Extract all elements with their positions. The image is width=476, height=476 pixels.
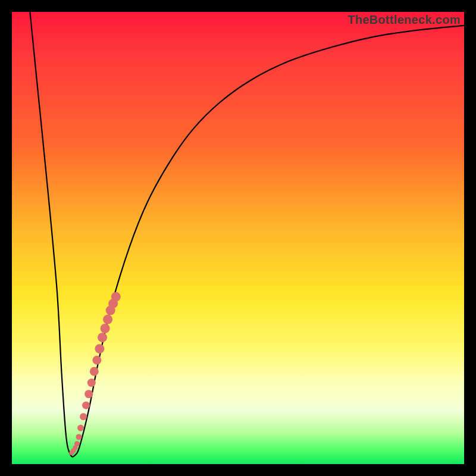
highlight-marker — [95, 344, 104, 353]
chart-svg — [12, 12, 464, 464]
highlight-marker — [90, 367, 99, 376]
highlight-marker — [103, 315, 112, 324]
highlight-marker — [98, 333, 107, 342]
highlight-marker — [77, 425, 84, 431]
highlight-marker — [74, 441, 80, 446]
highlight-marker — [111, 292, 121, 302]
highlight-marker — [92, 356, 101, 365]
highlight-marker — [80, 413, 87, 420]
highlight-marker — [87, 378, 96, 387]
highlight-marker — [82, 402, 90, 409]
chart-frame: TheBottleneck.com — [0, 0, 476, 476]
highlight-marker — [84, 390, 93, 398]
bottleneck-curve-line — [30, 12, 464, 457]
highlight-marker — [76, 434, 82, 440]
plot-area: TheBottleneck.com — [12, 12, 464, 464]
highlight-marker — [101, 324, 110, 333]
highlight-marker-cluster — [69, 292, 121, 455]
